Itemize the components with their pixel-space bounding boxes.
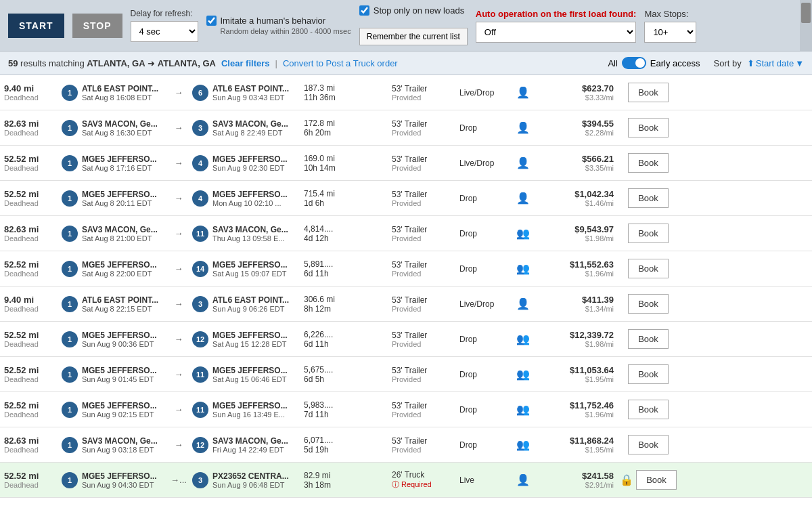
deadhead-miles: 52.52 mi (4, 330, 53, 340)
book-button[interactable]: Book (628, 153, 669, 173)
origin-badge: 1 (62, 261, 78, 277)
origin-info: MGE5 JEFFERSO... Sat Aug 8 22:00 EDT (82, 260, 157, 278)
load-miles: 5,675.... (304, 365, 384, 375)
price-col: $11,752.46 $1.96/mi (537, 392, 618, 427)
dest-name: MGE5 JEFFERSO... (212, 260, 288, 270)
book-col: Book (618, 75, 679, 110)
load-type-col: Drop (455, 110, 510, 145)
dest-badge: 3 (192, 296, 208, 312)
delay-select[interactable]: 4 sec 2 sec 3 sec 5 sec 10 sec (131, 21, 198, 42)
book-button[interactable]: Book (628, 83, 669, 102)
dest-info: MGE5 JEFFERSO... Mon Aug 10 02:10 ... (212, 190, 288, 207)
dest-time: Sat Aug 15 09:07 EDT (212, 270, 288, 278)
trailer-size: 53' Trailer (392, 84, 451, 93)
early-access-toggle[interactable] (622, 57, 646, 69)
deadhead-col: 52.52 mi Deadhead (0, 463, 58, 497)
dest-name: ATL6 EAST POINT... (212, 295, 289, 305)
imitate-checkbox[interactable] (206, 16, 217, 26)
early-access-label: Early access (650, 58, 700, 68)
book-button[interactable]: Book (628, 224, 669, 243)
origin-time: Sat Aug 8 16:30 EDT (82, 129, 158, 137)
price-main: $566.21 (582, 154, 614, 164)
origin-time: Sun Aug 9 04:30 EDT (82, 481, 157, 489)
trailer-col: 53' Trailer Provided (388, 427, 455, 462)
price-col: $11,053.64 $1.95/mi (537, 357, 618, 391)
trailer-col: 53' Trailer Provided (388, 146, 455, 180)
sort-field-button[interactable]: ⬆ Start date ▼ (747, 58, 804, 68)
dest-city: ATLANTA, GA (158, 58, 216, 68)
load-miles: 6,071.... (304, 436, 384, 445)
dest-time: Sun Aug 9 06:48 EDT (212, 481, 289, 489)
deadhead-col: 52.52 mi Deadhead (0, 146, 58, 180)
team-single-icon: 👤 (516, 86, 530, 99)
trailer-size: 26' Truck (392, 470, 451, 480)
book-button[interactable]: Book (628, 435, 669, 454)
remember-button[interactable]: Remember the current list (359, 28, 468, 45)
book-button[interactable]: Book (636, 470, 677, 490)
book-button[interactable]: Book (628, 329, 669, 349)
load-duration: 1d 6h (304, 198, 384, 208)
clear-filters-link[interactable]: Clear filters (221, 58, 270, 68)
deadhead-miles: 82.63 mi (4, 436, 53, 446)
team-double-icon: 👥 (516, 262, 530, 275)
origin-name: SAV3 MACON, Ge... (82, 436, 158, 446)
team-col: 👥 (510, 357, 537, 391)
origin-name: MGE5 JEFFERSO... (82, 190, 157, 199)
dest-time: Sun Aug 9 03:43 EDT (212, 93, 289, 102)
origin-info: SAV3 MACON, Ge... Sun Aug 9 03:18 EDT (82, 436, 158, 454)
auto-op-section: Auto operation on the first load found: … (476, 9, 637, 43)
arrow-icon: → (175, 263, 183, 274)
deadhead-miles: 52.52 mi (4, 259, 53, 270)
stop-button[interactable]: STOP (72, 14, 122, 38)
convert-link[interactable]: Convert to Post a Truck order (283, 58, 398, 68)
dest-info: MGE5 JEFFERSO... Sun Aug 16 13:49 E... (212, 401, 288, 419)
origin-col: 1 MGE5 JEFFERSO... Sat Aug 8 17:16 EDT (58, 146, 169, 180)
dest-time: Mon Aug 10 02:10 ... (212, 199, 288, 207)
load-type: Drop (459, 370, 477, 379)
origin-badge: 1 (62, 190, 78, 207)
dest-col: 4 MGE5 JEFFERSO... Mon Aug 10 02:10 ... (188, 181, 300, 215)
price-main: $11,053.64 (570, 365, 614, 375)
deadhead-label: Deadhead (4, 305, 53, 313)
origin-city: ATLANTA, GA (87, 58, 145, 68)
max-stops-select[interactable]: 10+ 1 2 3 5 (644, 22, 696, 43)
sort-icon: ⬆ (747, 58, 754, 68)
book-button[interactable]: Book (628, 400, 669, 419)
load-type-col: Drop (455, 181, 510, 215)
scrollbar-thumb (801, 3, 811, 23)
book-button[interactable]: Book (628, 118, 669, 137)
book-button[interactable]: Book (628, 188, 669, 208)
load-type: Drop (459, 123, 477, 133)
origin-time: Sun Aug 9 00:36 EDT (82, 340, 157, 348)
deadhead-label: Deadhead (4, 164, 53, 172)
book-button[interactable]: Book (628, 364, 669, 384)
auto-op-select[interactable]: Off On (476, 22, 637, 43)
filter-bar: 59 results matching ATLANTA, GA ➜ ATLANT… (0, 51, 812, 75)
route-arrow-col: →... (169, 463, 188, 497)
book-col: Book (618, 181, 679, 215)
load-type-col: Drop (455, 216, 510, 251)
book-button[interactable]: Book (628, 294, 669, 314)
deadhead-label: Deadhead (4, 446, 53, 454)
dest-col: 3 ATL6 EAST POINT... Sun Aug 9 06:26 EDT (188, 287, 300, 321)
team-col: 👥 (510, 322, 537, 356)
dest-time: Sun Aug 9 06:26 EDT (212, 305, 289, 313)
dest-col: 14 MGE5 JEFFERSO... Sat Aug 15 09:07 EDT (188, 251, 300, 286)
dest-time: Sun Aug 16 13:49 E... (212, 410, 288, 419)
dest-badge: 3 (192, 120, 208, 136)
team-single-icon: 👤 (516, 156, 530, 169)
dest-info: MGE5 JEFFERSO... Sat Aug 15 09:07 EDT (212, 260, 288, 278)
trailer-provided: Provided (392, 305, 451, 313)
origin-col: 1 MGE5 JEFFERSO... Sat Aug 8 20:11 EDT (58, 181, 169, 215)
dest-info: ATL6 EAST POINT... Sun Aug 9 03:43 EDT (212, 84, 289, 102)
load-duration: 5d 19h (304, 445, 384, 454)
team-col: 👤 (510, 75, 537, 110)
deadhead-label: Deadhead (4, 93, 53, 102)
book-button[interactable]: Book (628, 259, 669, 278)
origin-time: Sat Aug 8 22:15 EDT (82, 305, 158, 313)
load-type: Live/Drop (459, 158, 494, 168)
start-button[interactable]: START (8, 14, 64, 38)
trailer-size: 53' Trailer (392, 331, 451, 340)
stop-new-loads-checkbox[interactable] (359, 5, 369, 16)
stop-new-loads-group: Stop only on new loads Remember the curr… (359, 5, 468, 45)
